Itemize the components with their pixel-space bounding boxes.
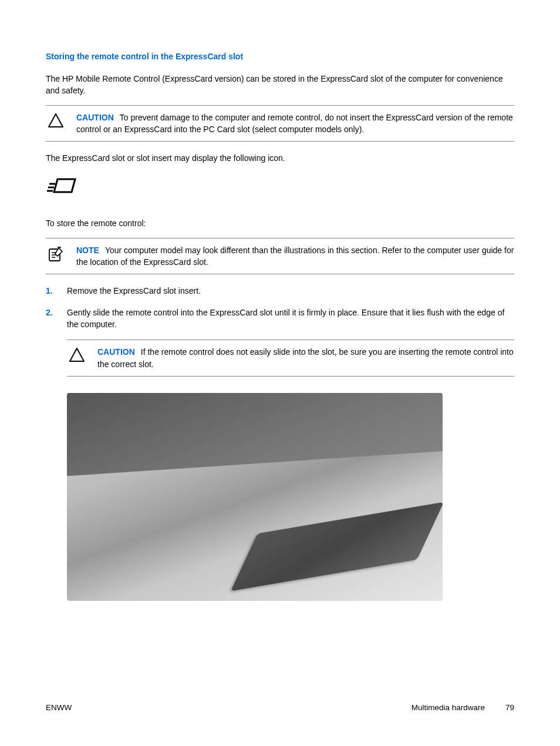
caution-box-1: CAUTIONTo prevent damage to the computer…	[46, 105, 514, 142]
steps-list: 1. Remove the ExpressCard slot insert. 2…	[46, 285, 514, 330]
note-1-label: NOTE	[76, 246, 99, 255]
footer-left: ENWW	[46, 703, 72, 712]
note-1-content: NOTEYour computer model may look differe…	[76, 244, 514, 268]
caution-1-text: To prevent damage to the computer and re…	[76, 113, 513, 134]
laptop-remote-illustration	[67, 393, 443, 601]
icon-intro-text: The ExpressCard slot or slot insert may …	[46, 152, 514, 164]
caution-1-label: CAUTION	[76, 113, 114, 122]
footer-page-number: 79	[502, 703, 514, 712]
caution-2-content: CAUTIONIf the remote control does not ea…	[97, 346, 514, 370]
note-icon	[46, 244, 66, 263]
step-item: 1. Remove the ExpressCard slot insert.	[46, 285, 514, 297]
note-1-text: Your computer model may look different t…	[76, 246, 514, 267]
step-item: 2. Gently slide the remote control into …	[46, 307, 514, 331]
caution-1-content: CAUTIONTo prevent damage to the computer…	[76, 112, 514, 136]
footer-section: Multimedia hardware	[411, 703, 485, 712]
step-number: 1.	[46, 285, 67, 297]
store-intro-text: To store the remote control:	[46, 217, 514, 229]
step-text-group: Gently slide the remote control into the…	[67, 307, 514, 331]
page-footer: ENWW Multimedia hardware 79	[46, 703, 514, 712]
caution-2-label: CAUTION	[97, 347, 135, 357]
step-text: Remove the ExpressCard slot insert.	[67, 285, 514, 297]
caution-icon	[67, 346, 87, 362]
step-text: Gently slide the remote control into the…	[67, 308, 504, 329]
note-box-1: NOTEYour computer model may look differe…	[46, 238, 514, 275]
expresscard-slot-icon	[46, 174, 80, 200]
footer-right: Multimedia hardware 79	[411, 703, 514, 712]
expresscard-icon-illustration	[46, 174, 514, 200]
caution-2-text: If the remote control does not easily sl…	[97, 347, 514, 368]
caution-icon	[46, 112, 66, 128]
step-number: 2.	[46, 307, 67, 331]
caution-box-2: CAUTIONIf the remote control does not ea…	[67, 340, 514, 377]
intro-paragraph: The HP Mobile Remote Control (ExpressCar…	[46, 73, 514, 97]
section-heading: Storing the remote control in the Expres…	[46, 52, 514, 61]
